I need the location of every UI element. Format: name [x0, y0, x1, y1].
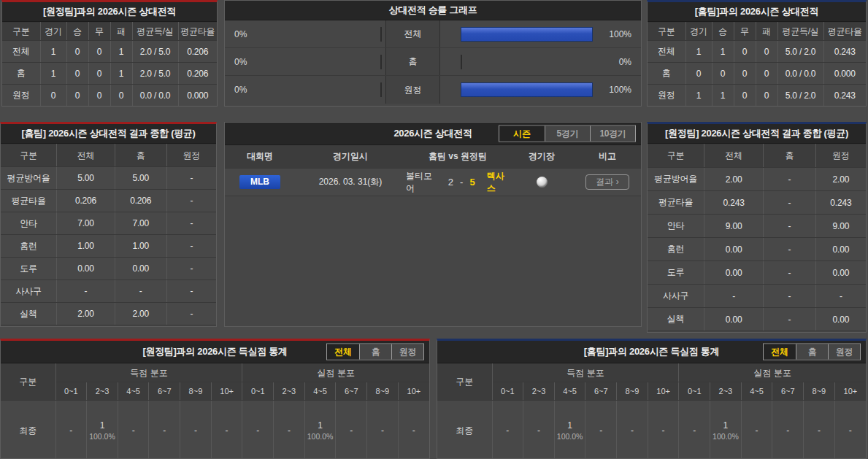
row-label: 원정 — [648, 85, 685, 107]
tab-away[interactable]: 원정 — [828, 344, 860, 360]
distribution-cell: - — [274, 401, 305, 459]
panel-title: 상대전적 승률 그래프 — [389, 4, 477, 17]
away-team-name: 텍사스 — [487, 170, 510, 195]
table-row: 안타7.007.00- — [1, 212, 216, 235]
stat-cell: - — [763, 308, 815, 331]
away-score: 5 — [469, 177, 475, 188]
stat-cell: 0 — [88, 63, 110, 85]
stat-cell: 1 — [712, 41, 734, 63]
bin-header: 6~7 — [585, 382, 617, 401]
row-label: 전체 — [648, 41, 685, 63]
column-header: 평균타율 — [823, 23, 866, 41]
distribution-cell: 1100.0% — [554, 401, 585, 459]
stat-cell: 1 — [110, 63, 132, 85]
row-label: 최종 — [1, 401, 55, 459]
table-row: 도루0.00-0.00 — [648, 261, 866, 285]
header-row: 구분경기승무패평균득/실평균타율 — [648, 23, 866, 41]
match-row[interactable]: MLB 2026. 03. 31(화) 볼티모어 2 - 5 텍사스 결과 › — [225, 169, 641, 196]
tab-home[interactable]: 홈 — [359, 344, 391, 360]
group-header-row: 구분득점 분포실점 분포 — [1, 364, 429, 382]
count-value: - — [756, 425, 758, 436]
tab-all[interactable]: 전체 — [327, 344, 359, 360]
bar-track — [461, 55, 593, 69]
count-value: - — [631, 425, 634, 436]
column-header: 패 — [756, 23, 777, 41]
away-h2h-panel: [원정팀]과의 2026시즌 상대전적 구분경기승무패평균득/실평균타율전체10… — [1, 0, 218, 107]
column-header: 홈 — [763, 144, 815, 168]
bin-header: 2~3 — [87, 382, 118, 401]
stat-cell: 2.00 — [115, 303, 166, 325]
table-row: 평균타율0.2060.206- — [1, 190, 216, 212]
column-header: 구분 — [648, 144, 704, 168]
tab-away[interactable]: 원정 — [391, 344, 423, 360]
bin-header: 8~9 — [180, 382, 212, 401]
bin-header: 6~7 — [149, 382, 180, 401]
stat-cell: 5.0 / 2.0 — [777, 41, 823, 63]
distribution-cell: - — [523, 401, 555, 459]
table-row: 실책0.00-0.00 — [648, 308, 866, 331]
tab-home[interactable]: 홈 — [796, 344, 828, 360]
row-label: 사사구 — [648, 285, 704, 308]
row-label: 도루 — [1, 258, 57, 280]
table-row: 도루0.000.00- — [1, 258, 216, 280]
stat-cell: - — [166, 212, 216, 235]
tab-10games[interactable]: 10경기 — [590, 126, 635, 142]
count-value: - — [194, 425, 197, 436]
stat-cell: 0.000 — [823, 63, 866, 85]
column-header: 평균득/실 — [777, 23, 823, 41]
stat-cell: 0 — [66, 85, 88, 107]
winrate-bar — [380, 55, 382, 69]
home-winrate-value: 100% — [609, 29, 631, 39]
panel-title-bar: [원정팀]과의 2026시즌 득실점 통계 전체홈원정 — [1, 341, 429, 363]
bin-header: 4~5 — [741, 382, 772, 401]
count-value: 1 — [100, 420, 105, 431]
stat-cell: - — [763, 261, 815, 285]
row-label: 평균방어율 — [648, 168, 704, 191]
home-summary-panel: [홈팀] 2026시즌 상대전적 결과 종합 (평균) 구분전체홈원정평균방어율… — [0, 122, 217, 327]
match-date: 2026. 03. 31(화) — [295, 176, 406, 188]
column-header: 홈 — [115, 144, 166, 167]
home-score-stats-panel: [홈팀]과의 2026시즌 득실점 통계 전체홈원정 구분득점 분포실점 분포0… — [437, 339, 867, 459]
distribution-cell: - — [398, 401, 429, 459]
count-value: - — [412, 425, 415, 436]
bin-header-row: 0~12~34~56~78~910+0~12~34~56~78~910+ — [437, 382, 866, 401]
panel-title: [원정팀] 2026시즌 상대전적 결과 종합 (평균) — [665, 127, 848, 140]
column-header: 구분 — [1, 144, 57, 167]
bin-header: 8~9 — [617, 382, 648, 401]
stat-cell: - — [763, 285, 815, 308]
row-label: 홈 — [648, 63, 685, 85]
column-header-date: 경기일시 — [295, 150, 406, 163]
distribution-cell: - — [55, 401, 87, 459]
away-summary-table: 구분전체홈원정평균방어율2.00-2.00평균타율0.243-0.243안타9.… — [648, 144, 866, 331]
baseball-icon[interactable] — [537, 177, 548, 188]
table-row: 전체10012.0 / 5.00.206 — [2, 41, 217, 63]
percent-value: 100.0% — [710, 432, 741, 441]
group-header: 실점 분포 — [242, 364, 429, 382]
tab-season[interactable]: 시즌 — [499, 126, 545, 142]
panel-title-bar: [원정팀] 2026시즌 상대전적 결과 종합 (평균) — [648, 124, 866, 144]
stat-cell: 0 — [66, 63, 88, 85]
tab-5games[interactable]: 5경기 — [545, 126, 590, 142]
stat-cell: - — [815, 285, 866, 308]
stat-cell: 0.00 — [704, 261, 764, 285]
row-label: 홈런 — [648, 238, 704, 261]
table-row: 원정00000.0 / 0.00.000 — [2, 85, 217, 107]
stat-cell: - — [763, 238, 815, 261]
tab-all[interactable]: 전체 — [764, 344, 796, 360]
table-row: 전체11005.0 / 2.00.243 — [648, 41, 866, 63]
stat-cell: - — [57, 280, 115, 303]
column-header: 원정 — [815, 144, 866, 168]
distribution-cell: - — [336, 401, 367, 459]
count-value: 1 — [318, 420, 323, 431]
winrate-bar — [461, 55, 462, 69]
row-label: 홈런 — [1, 235, 57, 258]
stat-cell: 0 — [40, 85, 66, 107]
corner-header: 구분 — [437, 364, 492, 401]
column-header: 평균타율 — [178, 23, 217, 41]
header-row: 구분전체홈원정 — [1, 144, 216, 167]
stat-cell: 0 — [756, 85, 777, 107]
result-button[interactable]: 결과 › — [585, 174, 629, 190]
bar-track — [260, 55, 382, 69]
bin-header: 10+ — [211, 382, 242, 401]
stat-cell: 1 — [685, 41, 712, 63]
